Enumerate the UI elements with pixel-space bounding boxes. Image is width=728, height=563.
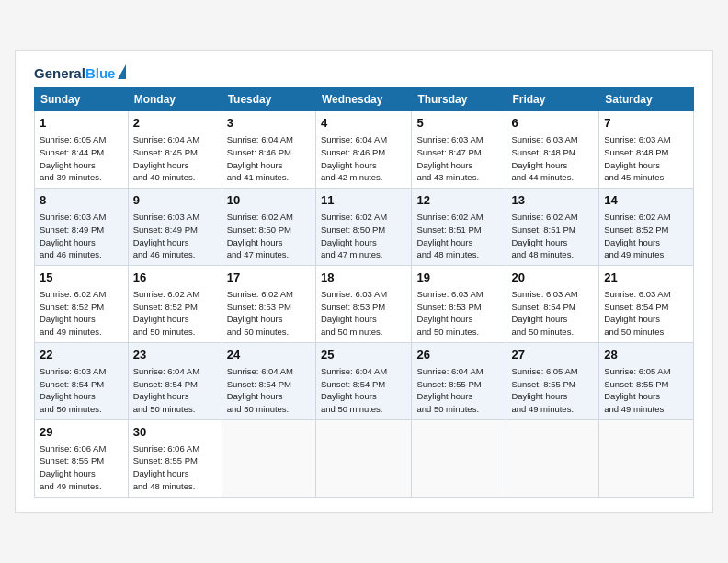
calendar-day-16: 16Sunrise: 6:02 AMSunset: 8:52 PMDayligh… bbox=[128, 266, 222, 343]
daylight-label: Daylight hours bbox=[321, 237, 377, 247]
sunset-text: Sunset: 8:54 PM bbox=[511, 302, 575, 312]
calendar-day-7: 7Sunrise: 6:03 AMSunset: 8:48 PMDaylight… bbox=[599, 111, 694, 189]
calendar-week-3: 15Sunrise: 6:02 AMSunset: 8:52 PMDayligh… bbox=[35, 266, 694, 343]
day-number: 3 bbox=[227, 115, 311, 132]
sunrise-text: Sunrise: 6:03 AM bbox=[511, 134, 577, 144]
calendar-day-26: 26Sunrise: 6:04 AMSunset: 8:55 PMDayligh… bbox=[412, 342, 506, 419]
sunrise-text: Sunrise: 6:04 AM bbox=[227, 134, 293, 144]
weekday-header-sunday: Sunday bbox=[35, 88, 129, 111]
daylight-label: Daylight hours bbox=[511, 391, 567, 401]
daylight-label: Daylight hours bbox=[40, 314, 96, 324]
daylight-value: and 49 minutes. bbox=[40, 327, 102, 337]
daylight-value: and 50 minutes. bbox=[321, 404, 383, 414]
logo: GeneralBlue bbox=[34, 65, 126, 82]
sunset-text: Sunset: 8:51 PM bbox=[511, 224, 575, 235]
sunset-text: Sunset: 8:53 PM bbox=[321, 302, 385, 312]
sunset-text: Sunset: 8:54 PM bbox=[321, 379, 385, 389]
calendar-day-13: 13Sunrise: 6:02 AMSunset: 8:51 PMDayligh… bbox=[506, 189, 599, 266]
day-number: 15 bbox=[40, 270, 123, 287]
sunset-text: Sunset: 8:45 PM bbox=[133, 147, 198, 157]
weekday-header-row: SundayMondayTuesdayWednesdayThursdayFrid… bbox=[35, 88, 694, 111]
daylight-value: and 49 minutes. bbox=[40, 481, 102, 491]
empty-cell bbox=[412, 419, 506, 497]
day-number: 4 bbox=[321, 115, 407, 132]
sunrise-text: Sunrise: 6:02 AM bbox=[321, 212, 387, 222]
calendar-week-2: 8Sunrise: 6:03 AMSunset: 8:49 PMDaylight… bbox=[35, 189, 694, 266]
weekday-header-monday: Monday bbox=[128, 88, 222, 111]
day-number: 11 bbox=[321, 192, 407, 210]
sunset-text: Sunset: 8:46 PM bbox=[321, 147, 385, 157]
sunrise-text: Sunrise: 6:04 AM bbox=[321, 366, 387, 376]
calendar-day-15: 15Sunrise: 6:02 AMSunset: 8:52 PMDayligh… bbox=[35, 266, 129, 343]
day-number: 27 bbox=[511, 347, 594, 364]
daylight-value: and 47 minutes. bbox=[321, 249, 383, 259]
daylight-label: Daylight hours bbox=[133, 237, 189, 247]
daylight-label: Daylight hours bbox=[604, 391, 660, 401]
weekday-header-wednesday: Wednesday bbox=[315, 88, 412, 111]
day-number: 6 bbox=[511, 115, 594, 132]
sunset-text: Sunset: 8:52 PM bbox=[40, 302, 104, 312]
calendar-container: GeneralBlue SundayMondayTuesdayWednesday… bbox=[15, 50, 713, 513]
sunrise-text: Sunrise: 6:04 AM bbox=[133, 134, 199, 144]
daylight-value: and 50 minutes. bbox=[416, 404, 479, 414]
calendar-week-5: 29Sunrise: 6:06 AMSunset: 8:55 PMDayligh… bbox=[35, 419, 694, 497]
sunrise-text: Sunrise: 6:04 AM bbox=[321, 134, 387, 144]
day-number: 21 bbox=[604, 270, 688, 287]
weekday-header-thursday: Thursday bbox=[412, 88, 506, 111]
sunrise-text: Sunrise: 6:02 AM bbox=[227, 212, 293, 222]
day-number: 28 bbox=[604, 347, 688, 364]
daylight-value: and 50 minutes. bbox=[227, 327, 290, 337]
calendar-day-23: 23Sunrise: 6:04 AMSunset: 8:54 PMDayligh… bbox=[128, 342, 222, 419]
daylight-label: Daylight hours bbox=[604, 237, 660, 247]
daylight-value: and 49 minutes. bbox=[604, 249, 666, 259]
empty-cell bbox=[599, 419, 694, 497]
day-number: 5 bbox=[416, 115, 501, 132]
sunset-text: Sunset: 8:47 PM bbox=[416, 147, 481, 157]
sunset-text: Sunset: 8:48 PM bbox=[604, 147, 668, 157]
day-number: 30 bbox=[133, 424, 217, 442]
sunrise-text: Sunrise: 6:03 AM bbox=[416, 134, 483, 144]
sunset-text: Sunset: 8:54 PM bbox=[40, 379, 104, 389]
sunrise-text: Sunrise: 6:03 AM bbox=[40, 212, 106, 222]
calendar-day-20: 20Sunrise: 6:03 AMSunset: 8:54 PMDayligh… bbox=[506, 266, 599, 343]
calendar-day-8: 8Sunrise: 6:03 AMSunset: 8:49 PMDaylight… bbox=[35, 189, 129, 266]
weekday-header-tuesday: Tuesday bbox=[222, 88, 315, 111]
sunset-text: Sunset: 8:49 PM bbox=[40, 224, 104, 235]
daylight-label: Daylight hours bbox=[321, 391, 377, 401]
sunrise-text: Sunrise: 6:02 AM bbox=[227, 289, 293, 299]
day-number: 29 bbox=[40, 424, 123, 442]
day-number: 9 bbox=[133, 192, 217, 210]
calendar-day-6: 6Sunrise: 6:03 AMSunset: 8:48 PMDaylight… bbox=[506, 111, 599, 189]
daylight-value: and 50 minutes. bbox=[604, 327, 666, 337]
daylight-label: Daylight hours bbox=[416, 237, 472, 247]
day-number: 2 bbox=[133, 115, 217, 132]
sunrise-text: Sunrise: 6:04 AM bbox=[133, 366, 199, 376]
day-number: 20 bbox=[511, 270, 594, 287]
sunrise-text: Sunrise: 6:03 AM bbox=[604, 289, 670, 299]
sunrise-text: Sunrise: 6:04 AM bbox=[227, 366, 293, 376]
sunset-text: Sunset: 8:48 PM bbox=[511, 147, 575, 157]
day-number: 24 bbox=[227, 347, 311, 364]
calendar-day-24: 24Sunrise: 6:04 AMSunset: 8:54 PMDayligh… bbox=[222, 342, 315, 419]
sunrise-text: Sunrise: 6:06 AM bbox=[133, 443, 199, 454]
daylight-value: and 49 minutes. bbox=[604, 404, 666, 414]
daylight-value: and 46 minutes. bbox=[40, 249, 102, 259]
daylight-value: and 50 minutes. bbox=[133, 327, 196, 337]
sunset-text: Sunset: 8:52 PM bbox=[604, 224, 668, 235]
daylight-label: Daylight hours bbox=[133, 391, 189, 401]
sunrise-text: Sunrise: 6:05 AM bbox=[40, 134, 106, 144]
daylight-value: and 47 minutes. bbox=[227, 249, 290, 259]
daylight-label: Daylight hours bbox=[40, 468, 96, 478]
daylight-label: Daylight hours bbox=[416, 160, 472, 170]
day-number: 8 bbox=[40, 192, 123, 210]
daylight-value: and 48 minutes. bbox=[416, 249, 479, 259]
calendar-day-21: 21Sunrise: 6:03 AMSunset: 8:54 PMDayligh… bbox=[599, 266, 694, 343]
calendar-day-17: 17Sunrise: 6:02 AMSunset: 8:53 PMDayligh… bbox=[222, 266, 315, 343]
day-number: 22 bbox=[40, 347, 123, 364]
sunset-text: Sunset: 8:55 PM bbox=[133, 455, 198, 465]
sunset-text: Sunset: 8:55 PM bbox=[416, 379, 481, 389]
daylight-value: and 50 minutes. bbox=[227, 404, 290, 414]
empty-cell bbox=[222, 419, 315, 497]
sunset-text: Sunset: 8:54 PM bbox=[133, 379, 198, 389]
sunrise-text: Sunrise: 6:03 AM bbox=[511, 289, 577, 299]
